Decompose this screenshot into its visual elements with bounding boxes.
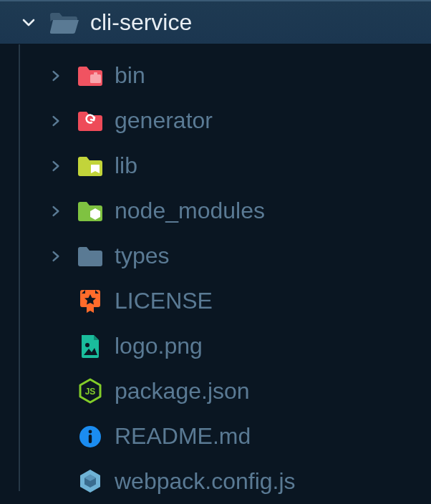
webpack-icon <box>76 468 105 495</box>
tree-item-label: bin <box>115 62 145 89</box>
tree-item-label: node_modules <box>115 198 265 224</box>
tree-item-label: generator <box>115 107 213 134</box>
tree-item-node-modules[interactable]: node_modules <box>0 188 431 233</box>
tree-item-license[interactable]: LICENSE <box>0 278 431 324</box>
svg-point-11 <box>89 430 92 433</box>
nodejs-icon: JS <box>76 378 105 405</box>
tree-item-label: webpack.config.js <box>115 468 296 495</box>
tree-root-row[interactable]: cli-service <box>0 0 431 44</box>
info-icon <box>76 425 105 449</box>
svg-rect-0 <box>90 74 101 83</box>
folder-bin-icon <box>76 64 105 87</box>
tree-item-label: types <box>115 243 169 269</box>
folder-icon <box>76 245 105 268</box>
tree-children: bin generator lib <box>0 44 431 504</box>
tree-item-label: lib <box>115 152 137 179</box>
tree-item-package-json[interactable]: JS package.json <box>0 369 431 414</box>
license-icon <box>76 289 105 314</box>
tree-item-label: LICENSE <box>115 288 213 314</box>
image-file-icon <box>76 334 105 359</box>
chevron-right-icon <box>46 67 66 84</box>
tree-item-lib[interactable]: lib <box>0 143 431 188</box>
tree-item-readme-md[interactable]: README.md <box>0 414 431 459</box>
folder-open-icon <box>49 11 79 35</box>
svg-point-7 <box>85 343 89 347</box>
tree-root-label: cli-service <box>90 9 192 36</box>
folder-generator-icon <box>76 110 105 132</box>
svg-text:JS: JS <box>85 387 96 397</box>
tree-item-bin[interactable]: bin <box>0 53 431 98</box>
tree-item-webpack-config[interactable]: webpack.config.js <box>0 459 431 504</box>
svg-rect-12 <box>89 435 92 443</box>
chevron-right-icon <box>46 158 66 175</box>
chevron-right-icon <box>46 248 66 265</box>
folder-node-icon <box>76 200 105 223</box>
tree-item-label: README.md <box>115 423 251 450</box>
chevron-down-icon <box>20 14 37 32</box>
chevron-right-icon <box>46 112 66 130</box>
tree-item-generator[interactable]: generator <box>0 98 431 143</box>
tree-item-types[interactable]: types <box>0 233 431 278</box>
svg-rect-1 <box>94 72 97 75</box>
tree-item-logo-png[interactable]: logo.png <box>0 324 431 369</box>
folder-lib-icon <box>76 155 105 178</box>
chevron-right-icon <box>46 203 66 220</box>
tree-item-label: logo.png <box>115 333 203 359</box>
tree-item-label: package.json <box>115 378 250 404</box>
